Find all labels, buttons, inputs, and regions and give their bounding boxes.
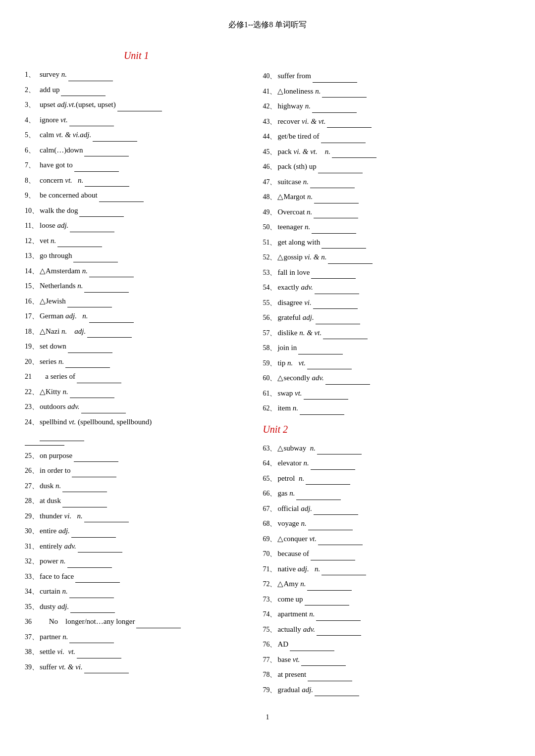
list-item: 28、 at dusk — [25, 495, 248, 507]
list-item: 53、 fall in love — [263, 266, 510, 279]
unit1-title: Unit 1 — [25, 50, 248, 61]
list-item: 64、 elevator n. — [263, 457, 510, 470]
list-item: 76、 AD — [263, 638, 510, 651]
list-item: 3、 upset adj.vt.(upset, upset) — [25, 99, 248, 111]
list-item: 67、 official adj. — [263, 503, 510, 515]
list-item: 71、 native adj. n. — [263, 563, 510, 576]
list-item: 45、 pack vi. & vt. n. — [263, 146, 510, 158]
list-item: 37、 partner n. — [25, 631, 248, 644]
list-item: 58、 join in — [263, 342, 510, 354]
list-item: 4、 ignore vt. — [25, 114, 248, 127]
list-item: 18、 △Nazi n. adj. — [25, 325, 248, 338]
list-item: 16、 △Jewish — [25, 295, 248, 308]
list-item: 17、 German adj. n. — [25, 310, 248, 323]
list-item: 63、 △subway n. — [263, 442, 510, 455]
list-item: 43、 recover vi. & vt. — [263, 115, 510, 128]
list-item: 33、 face to face — [25, 570, 248, 583]
list-item: 29、 thunder vi. n. — [25, 510, 248, 523]
list-item: 74、 apartment n. — [263, 608, 510, 621]
right-column: 40、 suffer from 41、 △loneliness n. 42、 h… — [258, 45, 510, 699]
list-item: 31、 entirely adv. — [25, 540, 248, 553]
list-item: 44、 get/be tired of — [263, 130, 510, 143]
list-item: 21 a series of — [25, 370, 248, 383]
list-item: 62、 item n. — [263, 402, 510, 415]
list-item: 20、 series n. — [25, 355, 248, 368]
list-item: 12、 vet n. — [25, 235, 248, 248]
unit2-title: Unit 2 — [263, 424, 510, 435]
list-item: 41、 △loneliness n. — [263, 85, 510, 98]
list-item: 60、 △secondly adv. — [263, 372, 510, 385]
list-item: 27、 dusk n. — [25, 480, 248, 493]
list-item: 22、 △Kitty n. — [25, 386, 248, 399]
list-item: 5、 calm vt. & vi.adj. — [25, 129, 248, 142]
list-item: 61、 swap vt. — [263, 387, 510, 400]
list-item: 15、 Netherlands n. — [25, 280, 248, 293]
list-item: 59、 tip n. vt. — [263, 357, 510, 370]
list-item: 30、 entire adj. — [25, 525, 248, 538]
list-item: 55、 disagree vi. — [263, 297, 510, 309]
list-item: 32、 power n. — [25, 555, 248, 568]
list-item: 78、 at present — [263, 668, 510, 681]
left-column: Unit 1 1、 survey n. 2、 add up 3、 upset a… — [25, 45, 258, 699]
list-item: 36 No longer/not…any longer — [25, 615, 248, 628]
list-item: 8、 concern vt. n. — [25, 174, 248, 187]
list-item: 6、 calm(…)down — [25, 144, 248, 157]
list-item: 46、 pack (sth) up — [263, 160, 510, 173]
list-item: 42、 highway n. — [263, 100, 510, 113]
list-item: 11、 loose adj. — [25, 219, 248, 232]
list-item: 52、 △gossip vi. & n. — [263, 251, 510, 264]
list-item: 39、 suffer vt. & vi. — [25, 661, 248, 674]
list-item: 68、 voyage n. — [263, 517, 510, 530]
list-item: 72、 △Amy n. — [263, 578, 510, 591]
list-item: 38、 settle vi. vt. — [25, 646, 248, 658]
list-item: 14、 △Amsterdam n. — [25, 265, 248, 278]
list-item: 48、 △Margot n. — [263, 191, 510, 203]
list-item: 34、 curtain n. — [25, 585, 248, 598]
list-item: 70、 because of — [263, 548, 510, 560]
list-item: 1、 survey n. — [25, 68, 248, 81]
list-item: 26、 in order to — [25, 464, 248, 477]
list-item: 47、 suitcase n. — [263, 176, 510, 189]
list-item: 54、 exactly adv. — [263, 281, 510, 294]
list-item: 24、 spellbind vt. (spellbound, spellboun… — [25, 416, 248, 441]
list-item: 9、 be concerned about — [25, 189, 248, 202]
list-item: 66、 gas n. — [263, 487, 510, 500]
list-item: 40、 suffer from — [263, 70, 510, 83]
list-item: 7、 have got to — [25, 159, 248, 172]
section-divider — [25, 445, 64, 446]
list-item: 10、 walk the dog — [25, 204, 248, 217]
page-title: 必修1--选修8 单词听写 — [25, 20, 510, 30]
list-item: 49、 Overcoat n. — [263, 206, 510, 219]
list-item: 50、 teenager n. — [263, 221, 510, 234]
list-item: 13、 go through — [25, 250, 248, 262]
list-item: 19、 set down — [25, 340, 248, 353]
list-item: 73、 come up — [263, 593, 510, 606]
list-item: 2、 add up — [25, 84, 248, 97]
list-item: 35、 dusty adj. — [25, 601, 248, 613]
list-item: 23、 outdoors adv. — [25, 401, 248, 413]
list-item: 69、 △conquer vt. — [263, 533, 510, 546]
list-item: 65、 petrol n. — [263, 472, 510, 485]
list-item: 56、 grateful adj. — [263, 311, 510, 324]
list-item: 51、 get along with — [263, 236, 510, 249]
list-item: 75、 actually adv. — [263, 623, 510, 636]
page-number: 1 — [25, 713, 510, 721]
list-item: 25、 on purpose — [25, 450, 248, 462]
list-item: 79、 gradual adj. — [263, 684, 510, 697]
list-item: 77、 base vt. — [263, 654, 510, 666]
list-item: 57、 dislike n. & vt. — [263, 327, 510, 340]
